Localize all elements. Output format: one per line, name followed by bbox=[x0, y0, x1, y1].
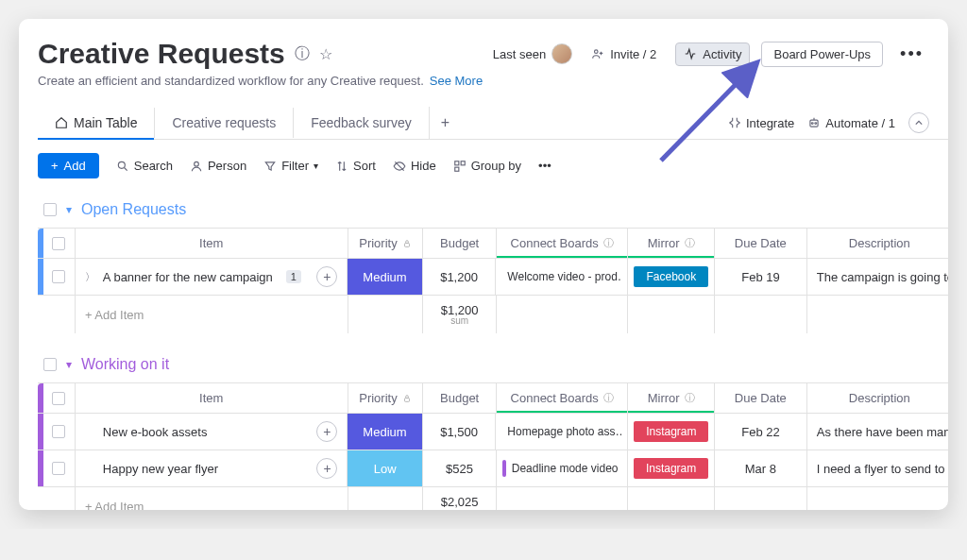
item-cell[interactable]: Happy new year flyer + bbox=[76, 450, 348, 486]
table-row[interactable]: New e-book assets + Medium $1,500 Homepa… bbox=[38, 413, 948, 450]
integrate-icon bbox=[728, 116, 741, 129]
robot-icon bbox=[807, 116, 821, 129]
chevron-down-icon[interactable]: ▾ bbox=[66, 203, 72, 216]
tab-add[interactable]: + bbox=[429, 107, 461, 139]
budget-sum: $1,200sum bbox=[423, 296, 497, 333]
mirror-cell[interactable]: Instagram bbox=[628, 414, 715, 450]
person-filter[interactable]: Person bbox=[190, 159, 246, 173]
group-checkbox[interactable] bbox=[43, 358, 57, 371]
tab-main-table[interactable]: Main Table bbox=[38, 108, 154, 140]
connect-cell[interactable]: Deadline mode video bbox=[497, 450, 628, 486]
item-name: A banner for the new campaign bbox=[103, 270, 273, 284]
see-more-link[interactable]: See More bbox=[430, 74, 483, 88]
powerups-button[interactable]: Board Power-Ups bbox=[761, 42, 883, 67]
mirror-badge: Instagram bbox=[634, 421, 708, 442]
info-icon[interactable]: ⓘ bbox=[295, 44, 310, 64]
expand-icon[interactable]: 〉 bbox=[85, 270, 95, 284]
hide-button[interactable]: Hide bbox=[393, 159, 436, 173]
budget-cell[interactable]: $525 bbox=[423, 450, 497, 486]
plus-icon: + bbox=[51, 159, 59, 173]
chevron-down-icon: ▾ bbox=[314, 161, 318, 171]
star-icon[interactable]: ☆ bbox=[319, 45, 332, 63]
tab-feedback-survey[interactable]: Feedback survey bbox=[293, 108, 429, 138]
due-cell[interactable]: Feb 19 bbox=[715, 259, 806, 295]
connect-cell[interactable]: Welcome video - prod… bbox=[496, 259, 628, 295]
column-description: Description bbox=[807, 383, 948, 413]
board-title[interactable]: Creative Requests bbox=[38, 38, 285, 70]
connect-cell[interactable]: Homepage photo ass… bbox=[496, 414, 628, 450]
due-cell[interactable]: Feb 22 bbox=[715, 414, 806, 450]
column-item: Item bbox=[76, 383, 348, 413]
priority-badge: Low bbox=[348, 450, 422, 486]
lock-icon bbox=[402, 239, 412, 248]
column-connect-boards: Connect Boards ⓘ bbox=[497, 229, 628, 258]
item-cell[interactable]: New e-book assets + bbox=[76, 414, 348, 450]
mirror-cell[interactable]: Facebook bbox=[628, 259, 715, 295]
avatar[interactable] bbox=[551, 43, 572, 64]
home-icon bbox=[55, 116, 68, 129]
table-row[interactable]: 〉A banner for the new campaign1 + Medium… bbox=[38, 258, 948, 295]
chevron-down-icon[interactable]: ▾ bbox=[66, 358, 72, 371]
search-button[interactable]: Search bbox=[116, 159, 173, 173]
group-checkbox[interactable] bbox=[43, 203, 57, 216]
column-due-date: Due Date bbox=[715, 229, 807, 258]
add-update-icon[interactable]: + bbox=[316, 421, 337, 442]
tab-creative-requests[interactable]: Creative requests bbox=[154, 108, 293, 138]
add-update-icon[interactable]: + bbox=[316, 458, 337, 479]
invite-button[interactable]: Invite / 2 bbox=[584, 43, 664, 65]
description-cell[interactable]: I need a flyer to send to our bbox=[807, 450, 948, 486]
chevron-up-icon bbox=[915, 119, 923, 127]
row-checkbox[interactable] bbox=[52, 270, 65, 283]
priority-cell[interactable]: Medium bbox=[348, 259, 423, 295]
column-priority: Priority bbox=[348, 229, 424, 258]
priority-cell[interactable]: Medium bbox=[348, 414, 423, 450]
activity-button[interactable]: Activity bbox=[675, 42, 750, 66]
svg-rect-8 bbox=[454, 167, 458, 171]
due-cell[interactable]: Mar 8 bbox=[715, 450, 807, 486]
budget-cell[interactable]: $1,200 bbox=[423, 259, 497, 295]
person-icon bbox=[190, 160, 203, 173]
add-item-button[interactable]: + Add Item bbox=[76, 296, 348, 333]
column-due-date: Due Date bbox=[715, 383, 807, 413]
group-title[interactable]: Open Requests bbox=[81, 201, 186, 218]
column-checkbox[interactable] bbox=[52, 237, 65, 250]
last-seen[interactable]: Last seen bbox=[493, 43, 572, 64]
add-item-button[interactable]: + Add Item bbox=[76, 487, 348, 510]
header-more-icon[interactable]: ••• bbox=[894, 44, 929, 64]
item-cell[interactable]: 〉A banner for the new campaign1 + bbox=[76, 259, 348, 295]
budget-sum: $2,025sum bbox=[423, 487, 497, 510]
automate-button[interactable]: Automate / 1 bbox=[807, 116, 895, 130]
mirror-cell[interactable]: Instagram bbox=[628, 450, 715, 486]
filter-icon bbox=[263, 160, 277, 173]
board-container: Creative Requests ⓘ ☆ Last seen Invite /… bbox=[19, 19, 948, 510]
row-checkbox[interactable] bbox=[52, 462, 65, 475]
description-cell[interactable]: The campaign is going to b bbox=[807, 259, 948, 295]
priority-badge: Medium bbox=[348, 414, 422, 450]
mirror-badge: Facebook bbox=[634, 266, 708, 287]
add-button[interactable]: + Add bbox=[38, 153, 99, 178]
title-wrap: Creative Requests ⓘ ☆ bbox=[38, 38, 332, 70]
integrate-button[interactable]: Integrate bbox=[728, 116, 794, 130]
row-checkbox[interactable] bbox=[52, 425, 65, 438]
sort-button[interactable]: Sort bbox=[335, 159, 376, 173]
column-item: Item bbox=[76, 229, 348, 258]
connect-label: Homepage photo ass… bbox=[507, 425, 621, 438]
collapse-toggle[interactable] bbox=[908, 112, 929, 133]
column-mirror: Mirror ⓘ bbox=[628, 383, 715, 413]
toolbar-more-icon[interactable]: ••• bbox=[538, 159, 551, 173]
column-connect-boards: Connect Boards ⓘ bbox=[497, 383, 628, 413]
table-row[interactable]: Happy new year flyer + Low $525 Deadline… bbox=[38, 450, 948, 486]
description-cell[interactable]: As there have been many cl bbox=[807, 414, 948, 450]
priority-cell[interactable]: Low bbox=[348, 450, 423, 486]
header-actions: Last seen Invite / 2 Activity Board Powe… bbox=[493, 42, 929, 67]
budget-cell[interactable]: $1,500 bbox=[423, 414, 497, 450]
filter-button[interactable]: Filter ▾ bbox=[263, 159, 318, 173]
activity-icon bbox=[684, 47, 697, 60]
groupby-button[interactable]: Group by bbox=[453, 159, 521, 173]
add-update-icon[interactable]: + bbox=[316, 266, 337, 287]
toolbar: + Add Search Person Filter ▾ Sort Hide G… bbox=[38, 153, 948, 178]
column-checkbox[interactable] bbox=[52, 392, 65, 405]
item-name: New e-book assets bbox=[103, 425, 208, 439]
group-title[interactable]: Working on it bbox=[81, 356, 169, 373]
svg-rect-7 bbox=[461, 161, 465, 164]
